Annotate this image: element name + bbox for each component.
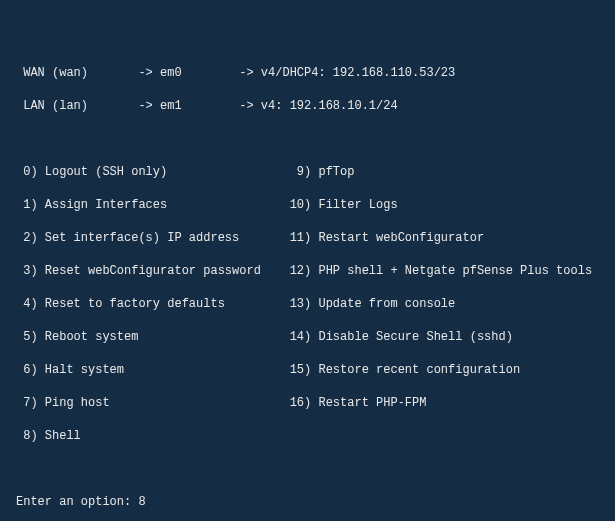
- blank: [16, 130, 599, 149]
- interface-wan: WAN (wan) -> em0 -> v4/DHCP4: 192.168.11…: [16, 64, 599, 83]
- menu-row-0: 0) Logout (SSH only) 9) pfTop: [16, 163, 599, 182]
- blank: [16, 460, 599, 479]
- menu-row-2: 2) Set interface(s) IP address 11) Resta…: [16, 229, 599, 248]
- menu-row-5: 5) Reboot system 14) Disable Secure Shel…: [16, 328, 599, 347]
- menu-row-1: 1) Assign Interfaces 10) Filter Logs: [16, 196, 599, 215]
- menu-row-8: 8) Shell: [16, 427, 599, 446]
- menu-row-6: 6) Halt system 15) Restore recent config…: [16, 361, 599, 380]
- interface-lan: LAN (lan) -> em1 -> v4: 192.168.10.1/24: [16, 97, 599, 116]
- menu-row-7: 7) Ping host 16) Restart PHP-FPM: [16, 394, 599, 413]
- menu-row-4: 4) Reset to factory defaults 13) Update …: [16, 295, 599, 314]
- option-prompt: Enter an option: 8: [16, 493, 599, 512]
- menu-row-3: 3) Reset webConfigurator password 12) PH…: [16, 262, 599, 281]
